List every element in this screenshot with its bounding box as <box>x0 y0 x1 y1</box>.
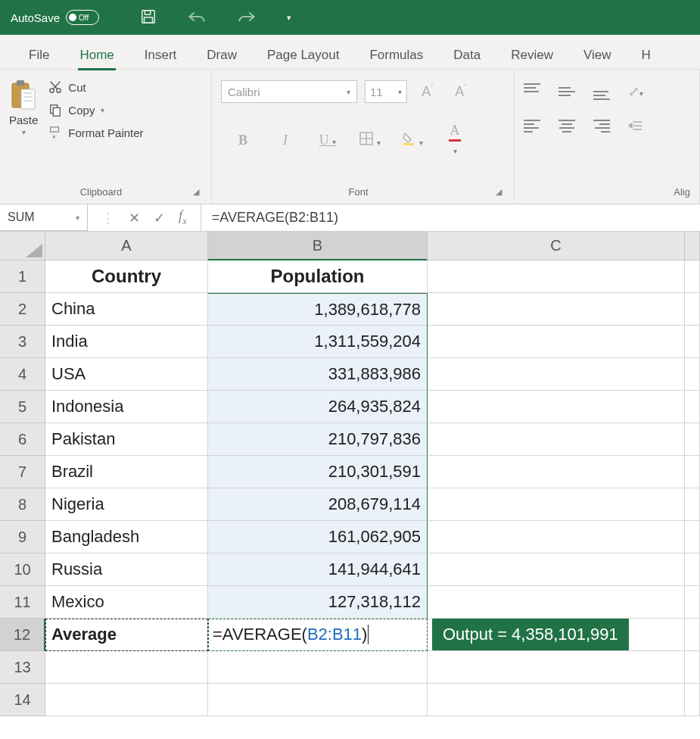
cell-c7[interactable] <box>428 456 685 488</box>
tab-draw[interactable]: Draw <box>191 42 252 69</box>
border-button[interactable]: ▾ <box>357 132 383 149</box>
cell-c5[interactable] <box>428 391 685 423</box>
cell-b2[interactable]: 1,389,618,778 <box>208 293 428 326</box>
cell-b1[interactable]: Population <box>208 260 428 293</box>
undo-icon[interactable] <box>187 9 207 27</box>
cell-b6[interactable]: 210,797,836 <box>208 423 428 456</box>
cell-c14[interactable] <box>428 684 685 716</box>
chevron-down-icon[interactable]: ▾ <box>22 128 26 136</box>
cell-c13[interactable] <box>428 651 685 684</box>
chevron-down-icon[interactable]: ▾ <box>101 106 104 114</box>
tab-formulas[interactable]: Formulas <box>354 42 438 69</box>
tab-home[interactable]: Home <box>64 42 129 69</box>
cell-a8[interactable]: Nigeria <box>45 488 208 521</box>
row-header-1[interactable]: 1 <box>0 260 45 293</box>
redo-icon[interactable] <box>237 9 257 27</box>
row-header-12[interactable]: 12 <box>0 619 45 651</box>
cell-a2[interactable]: China <box>45 293 208 326</box>
cell-overflow[interactable] <box>685 684 700 716</box>
tab-file[interactable]: File <box>14 42 64 69</box>
cell-c6[interactable] <box>428 423 685 456</box>
select-all-corner[interactable] <box>0 232 45 260</box>
cut-button[interactable]: Cut <box>48 80 143 94</box>
formula-input[interactable]: =AVERAGE(B2:B11) <box>201 204 700 231</box>
cell-a6[interactable]: Pakistan <box>45 423 208 456</box>
cell-b7[interactable]: 210,301,591 <box>208 456 428 488</box>
underline-button[interactable]: U ▾ <box>315 133 341 148</box>
row-header-13[interactable]: 13 <box>0 651 45 684</box>
format-painter-button[interactable]: Format Painter <box>48 126 143 139</box>
dialog-launcher-icon[interactable]: ◢ <box>496 187 505 197</box>
font-name-selector[interactable]: Calibri ▾ <box>221 80 357 103</box>
cell-b13[interactable] <box>208 651 428 684</box>
cell-b11[interactable]: 127,318,112 <box>208 586 428 619</box>
cell-c10[interactable] <box>428 553 685 586</box>
cell-a5[interactable]: Indonesia <box>45 391 208 423</box>
row-header-10[interactable]: 10 <box>0 553 45 586</box>
cell-b9[interactable]: 161,062,905 <box>208 521 428 553</box>
cell-overflow[interactable] <box>685 391 700 423</box>
save-icon[interactable] <box>140 8 157 27</box>
cell-a4[interactable]: USA <box>45 358 208 391</box>
cell-a3[interactable]: India <box>45 326 208 358</box>
insert-function-icon[interactable]: fx <box>179 208 187 227</box>
autosave-toggle[interactable]: AutoSave Off <box>11 10 99 25</box>
row-header-11[interactable]: 11 <box>0 586 45 619</box>
cell-c1[interactable] <box>428 260 685 293</box>
cell-overflow[interactable] <box>685 326 700 358</box>
tab-review[interactable]: Review <box>496 42 568 69</box>
cell-overflow[interactable] <box>685 260 700 293</box>
column-header-c[interactable]: C <box>428 232 685 260</box>
tab-overflow[interactable]: H <box>627 42 666 69</box>
row-header-7[interactable]: 7 <box>0 456 45 488</box>
customize-qat-icon[interactable]: ▾ <box>287 13 291 23</box>
tab-view[interactable]: View <box>568 42 627 69</box>
cell-overflow[interactable] <box>685 423 700 456</box>
cell-a12[interactable]: Average <box>45 619 208 651</box>
fill-color-button[interactable]: ▾ <box>400 132 425 149</box>
cell-c4[interactable] <box>428 358 685 391</box>
split-handle-icon[interactable]: ⋮ <box>101 210 115 226</box>
align-top-icon[interactable] <box>524 83 540 100</box>
name-box[interactable]: SUM ▾ <box>0 204 88 231</box>
decrease-indent-icon[interactable] <box>628 120 643 136</box>
row-header-9[interactable]: 9 <box>0 521 45 553</box>
enter-icon[interactable]: ✓ <box>154 210 165 226</box>
cell-b3[interactable]: 1,311,559,204 <box>208 326 428 358</box>
cell-a10[interactable]: Russia <box>45 553 208 586</box>
tab-data[interactable]: Data <box>438 42 496 69</box>
cell-overflow[interactable] <box>685 456 700 488</box>
cell-b8[interactable]: 208,679,114 <box>208 488 428 521</box>
dialog-launcher-icon[interactable]: ◢ <box>193 187 202 197</box>
cell-c12[interactable]: Output = 4,358,101,991 <box>428 619 685 651</box>
cell-overflow[interactable] <box>685 586 700 619</box>
cell-a13[interactable] <box>45 651 208 684</box>
cell-overflow[interactable] <box>685 293 700 326</box>
align-center-icon[interactable] <box>558 120 575 136</box>
cell-b5[interactable]: 264,935,824 <box>208 391 428 423</box>
tab-insert[interactable]: Insert <box>129 42 192 69</box>
cancel-icon[interactable]: ✕ <box>129 210 140 226</box>
tab-page-layout[interactable]: Page Layout <box>252 42 354 69</box>
cell-overflow[interactable] <box>685 521 700 553</box>
row-header-14[interactable]: 14 <box>0 684 45 716</box>
paste-button[interactable]: Paste ▾ <box>9 76 38 136</box>
cell-b4[interactable]: 331,883,986 <box>208 358 428 391</box>
cell-overflow[interactable] <box>685 651 700 684</box>
cell-a7[interactable]: Brazil <box>45 456 208 488</box>
font-size-selector[interactable]: 11 ▾ <box>365 80 407 103</box>
cell-c11[interactable] <box>428 586 685 619</box>
cell-overflow[interactable] <box>685 553 700 586</box>
cell-c3[interactable] <box>428 326 685 358</box>
cell-c9[interactable] <box>428 521 685 553</box>
orientation-button[interactable]: ⤢▾ <box>628 83 643 100</box>
row-header-2[interactable]: 2 <box>0 293 45 326</box>
cell-b12-active[interactable]: =AVERAGE(B2:B11) <box>208 619 428 651</box>
cell-c2[interactable] <box>428 293 685 326</box>
toggle-switch[interactable]: Off <box>66 10 99 25</box>
cell-a1[interactable]: Country <box>45 260 208 293</box>
cell-a11[interactable]: Mexico <box>45 586 208 619</box>
align-right-icon[interactable] <box>593 120 610 136</box>
bold-button[interactable]: B <box>230 133 256 148</box>
row-header-5[interactable]: 5 <box>0 391 45 423</box>
